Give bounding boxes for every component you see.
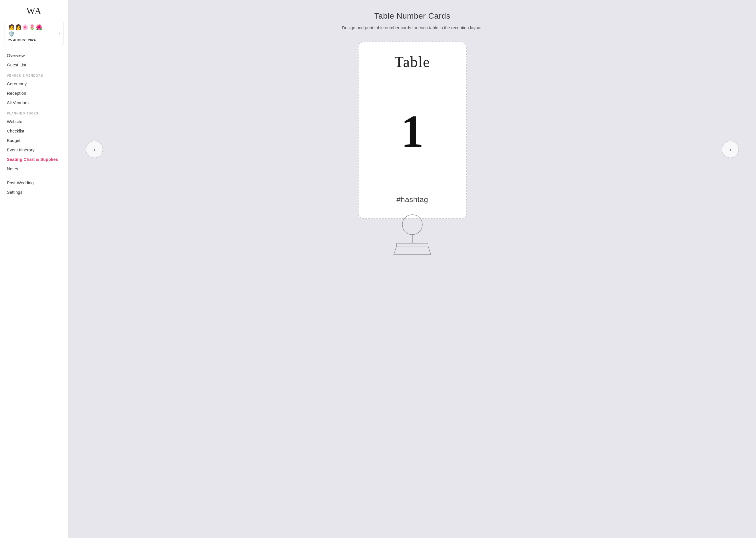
sidebar-navigation: Overview Guest List VENUES & VENDORS Cer… xyxy=(0,51,68,197)
avatar-3: 🌸 xyxy=(22,24,28,30)
avatar-2: 👩 xyxy=(15,24,22,30)
sidebar-item-settings[interactable]: Settings xyxy=(0,188,68,197)
card-stand xyxy=(381,210,444,257)
chevron-left-icon: ‹ xyxy=(93,146,96,153)
avatar-6: 🛡️ xyxy=(8,31,15,37)
card-number: 1 xyxy=(401,108,424,154)
sidebar-item-post-wedding[interactable]: Post-Wedding xyxy=(0,178,68,188)
sidebar-item-notes[interactable]: Notes xyxy=(0,164,68,173)
profile-info: 🧑 👩 🌸 🌷 🌺 🛡️ 25 AUGUST 2024 xyxy=(8,24,56,42)
sidebar: WA 🧑 👩 🌸 🌷 🌺 🛡️ 25 AUGUST 2024 › Overvie… xyxy=(0,0,69,538)
sidebar-item-overview[interactable]: Overview xyxy=(0,51,68,60)
sidebar-item-reception[interactable]: Reception xyxy=(0,88,68,98)
chevron-down-icon: › xyxy=(59,30,60,35)
prev-card-button[interactable]: ‹ xyxy=(86,141,103,158)
page-subtitle: Design and print table number cards for … xyxy=(342,25,483,30)
logo-text: WA xyxy=(26,6,42,16)
svg-point-0 xyxy=(402,215,422,235)
main-content: Table Number Cards Design and print tabl… xyxy=(69,0,756,538)
sidebar-item-seating-chart[interactable]: Seating Chart & Supplies xyxy=(0,154,68,164)
avatar-4: 🌷 xyxy=(29,24,35,30)
sidebar-item-event-itinerary[interactable]: Event Itinerary xyxy=(0,145,68,154)
sidebar-item-website[interactable]: Website xyxy=(0,117,68,126)
wedding-profile[interactable]: 🧑 👩 🌸 🌷 🌺 🛡️ 25 AUGUST 2024 › xyxy=(5,21,64,45)
table-card-wrapper: Table 1 #hashtag xyxy=(358,41,467,257)
svg-rect-2 xyxy=(397,243,428,246)
card-area: ‹ Table 1 #hashtag xyxy=(86,41,739,257)
svg-marker-3 xyxy=(394,246,431,255)
avatar-1: 🧑 xyxy=(8,24,15,30)
profile-date: 25 AUGUST 2024 xyxy=(8,38,56,42)
sidebar-item-budget[interactable]: Budget xyxy=(0,135,68,145)
page-title: Table Number Cards xyxy=(374,12,450,21)
profile-avatars: 🧑 👩 🌸 🌷 🌺 🛡️ xyxy=(8,24,48,37)
sidebar-item-checklist[interactable]: Checklist xyxy=(0,126,68,135)
avatar-5: 🌺 xyxy=(36,24,42,30)
sidebar-item-guest-list[interactable]: Guest List xyxy=(0,60,68,70)
chevron-right-icon: › xyxy=(730,146,732,153)
next-card-button[interactable]: › xyxy=(722,141,739,158)
table-number-card: Table 1 #hashtag xyxy=(358,41,467,219)
card-table-label: Table xyxy=(395,54,430,71)
venues-section-label: VENUES & VENDORS xyxy=(0,70,68,79)
sidebar-item-ceremony[interactable]: Ceremony xyxy=(0,79,68,88)
planning-section-label: PLANNING TOOLS xyxy=(0,107,68,117)
logo: WA xyxy=(0,6,68,16)
sidebar-item-all-vendors[interactable]: All Vendors xyxy=(0,98,68,107)
card-hashtag: #hashtag xyxy=(397,195,428,204)
